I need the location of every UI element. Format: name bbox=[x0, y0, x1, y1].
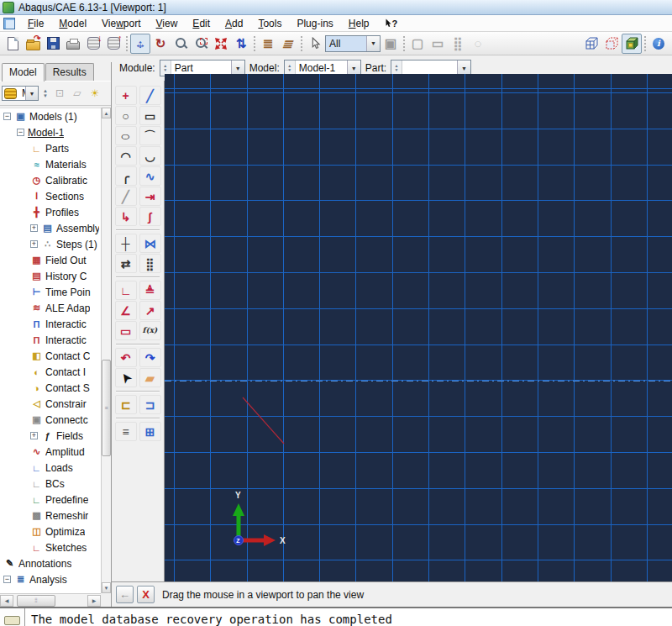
export-model-button[interactable] bbox=[103, 34, 123, 54]
tree-item-connectc[interactable]: ▣Connectc bbox=[0, 412, 101, 428]
horizontal-scroll-thumb[interactable]: ⦙⦙ bbox=[17, 595, 55, 607]
tree-horizontal-scrollbar[interactable]: ◀ ⦙⦙ ▶ bbox=[0, 593, 101, 607]
undo-button[interactable]: ↶ bbox=[115, 348, 137, 367]
create-arc-center-ends-button[interactable]: ◠ bbox=[115, 146, 137, 166]
tree-item-profiles[interactable]: ╋Profiles bbox=[0, 204, 101, 220]
rotate-view-button[interactable]: ↻ bbox=[150, 34, 171, 54]
vertical-scroll-thumb[interactable]: ≡ bbox=[102, 360, 111, 456]
tree-item-interactic[interactable]: ΠInteractic bbox=[0, 332, 101, 348]
tree-item-steps-1[interactable]: +∴Steps (1) bbox=[0, 236, 101, 252]
import-model-button[interactable] bbox=[83, 34, 103, 54]
perspective-off-button[interactable]: ≣ bbox=[258, 34, 278, 54]
open-file-button[interactable] bbox=[23, 34, 43, 54]
selection-scope-combo[interactable]: All ▼ bbox=[325, 35, 381, 52]
magnify-view-button[interactable] bbox=[171, 34, 191, 54]
translate-copy-button[interactable]: ⇄ bbox=[115, 254, 137, 273]
info-button[interactable]: i bbox=[648, 34, 669, 54]
redo-button[interactable]: ↷ bbox=[139, 348, 161, 367]
dropdown-arrow-icon[interactable]: ▼ bbox=[25, 87, 38, 100]
grid-options-button[interactable]: ⊞ bbox=[139, 422, 161, 441]
create-fillet-button[interactable]: ╭ bbox=[115, 166, 137, 186]
tree-item-model-1[interactable]: −Model-1 bbox=[0, 124, 101, 140]
tree-item-contact-s[interactable]: ◑Contact S bbox=[0, 380, 101, 396]
dropdown-arrow-icon[interactable]: ▼ bbox=[366, 36, 380, 51]
menu-edit[interactable]: Edit bbox=[185, 16, 218, 31]
menu-add[interactable]: Add bbox=[218, 16, 250, 31]
save-button[interactable] bbox=[43, 34, 63, 54]
sketcher-options-button[interactable]: ≡ bbox=[115, 422, 137, 441]
scroll-right-button[interactable]: ▶ bbox=[87, 595, 101, 607]
offset-curves-button[interactable]: ∫ bbox=[139, 207, 161, 226]
menu-plugins[interactable]: Plug-ins bbox=[289, 16, 340, 31]
tree-item-ale-adap[interactable]: ≋ALE Adap bbox=[0, 300, 101, 316]
menu-tools[interactable]: Tools bbox=[250, 16, 289, 31]
model-database-combo[interactable]: M ▼ bbox=[2, 86, 39, 101]
tree-item-remeshir[interactable]: ▩Remeshir bbox=[0, 508, 101, 523]
pan-view-button[interactable] bbox=[130, 34, 150, 54]
delete-eraser-button[interactable]: ▰ bbox=[139, 368, 161, 387]
auto-dimension-button[interactable]: ∟ bbox=[115, 281, 137, 300]
create-spline-button[interactable]: ∿ bbox=[139, 166, 161, 186]
tree-item-bcs[interactable]: ∟BCs bbox=[0, 476, 101, 492]
tree-item-materials[interactable]: ≈Materials bbox=[0, 156, 101, 172]
mirror-button[interactable]: ⋈ bbox=[139, 234, 161, 253]
tree-vertical-scrollbar[interactable]: ▲ ≡ ▼ bbox=[101, 108, 111, 593]
tree-item-assembly[interactable]: +▤Assembly bbox=[0, 220, 101, 236]
scroll-down-button[interactable]: ▼ bbox=[102, 582, 111, 593]
query-tips-button[interactable]: ☀ bbox=[87, 86, 102, 101]
create-rectangle-button[interactable]: ▭ bbox=[139, 106, 161, 125]
select-arrow-button[interactable] bbox=[305, 34, 325, 54]
create-lines-button[interactable]: ╱ bbox=[139, 86, 161, 105]
tree-item-fields[interactable]: +ƒFields bbox=[0, 428, 101, 444]
menu-file[interactable]: File bbox=[20, 16, 51, 31]
tree-item-parts[interactable]: ∟Parts bbox=[0, 140, 101, 156]
render-shaded-button[interactable] bbox=[622, 34, 642, 54]
tree-spinner[interactable]: ▲▼ bbox=[41, 88, 50, 98]
context-help-icon[interactable]: ? bbox=[384, 18, 398, 29]
project-edges-button[interactable]: ↳ bbox=[115, 207, 137, 226]
highlight-selection-button[interactable]: ▣ bbox=[381, 34, 401, 54]
add-dimension-button[interactable]: ∠ bbox=[115, 301, 137, 320]
tab-model[interactable]: Model bbox=[2, 63, 45, 82]
tree-item-field-out[interactable]: ▦Field Out bbox=[0, 252, 101, 268]
create-ellipse-button[interactable]: ○ bbox=[115, 126, 137, 145]
parameter-manager-button[interactable]: f(x) bbox=[139, 321, 161, 340]
new-file-button[interactable] bbox=[3, 34, 23, 54]
tree-item-amplitud[interactable]: ∿Amplitud bbox=[0, 444, 101, 460]
expand-icon[interactable]: + bbox=[30, 432, 38, 439]
tree-item-predefine[interactable]: ∟Predefine bbox=[0, 492, 101, 508]
construction-offset-button[interactable]: ⇥ bbox=[139, 187, 161, 206]
create-point-button[interactable]: + bbox=[115, 86, 137, 105]
prompt-back-button[interactable]: ← bbox=[116, 586, 134, 603]
tree-item-models-1[interactable]: −▣Models (1) bbox=[0, 108, 101, 124]
tree-item-contact-c[interactable]: ◧Contact C bbox=[0, 348, 101, 364]
render-hidden-button[interactable] bbox=[601, 34, 622, 54]
create-arc-3points-button[interactable]: ◡ bbox=[139, 146, 161, 166]
viewport-manager-icon[interactable] bbox=[3, 18, 15, 29]
tree-item-calibratic[interactable]: ◷Calibratic bbox=[0, 172, 101, 188]
select-cursor-button[interactable]: ➤ bbox=[115, 368, 137, 387]
tree-item-contact-i[interactable]: ◐Contact I bbox=[0, 364, 101, 380]
linear-pattern-button[interactable]: ⣿ bbox=[139, 254, 161, 273]
box-zoom-button[interactable] bbox=[191, 34, 211, 54]
tree-item-optimiza[interactable]: ◫Optimiza bbox=[0, 523, 101, 539]
tree-item-loads[interactable]: ∟Loads bbox=[0, 460, 101, 476]
trim-extend-button[interactable]: ┼ bbox=[115, 234, 137, 253]
tab-results[interactable]: Results bbox=[45, 63, 94, 81]
tree-item-history-c[interactable]: ▤History C bbox=[0, 268, 101, 284]
expand-icon[interactable]: + bbox=[30, 240, 38, 248]
tree-item-annotations[interactable]: ✎Annotations bbox=[0, 555, 101, 571]
menu-model[interactable]: Model bbox=[51, 16, 94, 31]
tree-item-time-poin[interactable]: ⊢Time Poin bbox=[0, 284, 101, 300]
scroll-left-button[interactable]: ◀ bbox=[0, 595, 13, 607]
create-circle-button[interactable]: ○ bbox=[115, 106, 137, 125]
add-constraint-button[interactable]: ≜ bbox=[139, 281, 161, 300]
sketch-red-line[interactable] bbox=[243, 397, 284, 444]
tree-item-analysis[interactable]: −≣Analysis bbox=[0, 571, 101, 587]
tree-item-sections[interactable]: ⅠSections bbox=[0, 188, 101, 204]
prompt-cancel-button[interactable]: X bbox=[137, 586, 155, 603]
menu-help[interactable]: Help bbox=[341, 16, 377, 31]
menu-viewport[interactable]: Viewport bbox=[94, 16, 149, 31]
menu-view[interactable]: View bbox=[149, 16, 186, 31]
tree-item-sketches[interactable]: ∟Sketches bbox=[0, 539, 101, 555]
